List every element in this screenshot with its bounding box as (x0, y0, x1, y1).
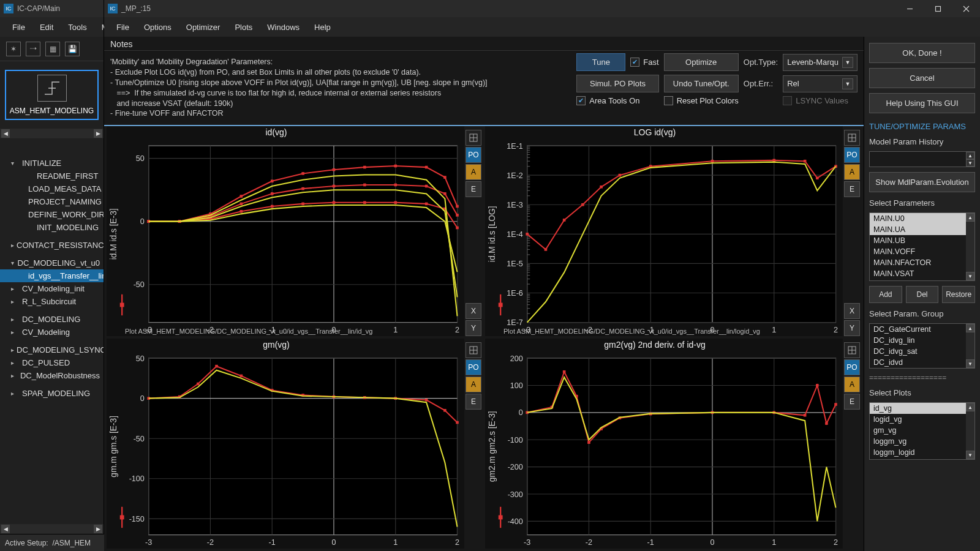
tree-item[interactable]: README_FIRST (0, 170, 104, 182)
navigation-tree[interactable]: ▾INITIALIZEREADME_FIRSTLOAD_MEAS_DATAPRO… (0, 157, 104, 400)
spin-down-icon[interactable]: ▼ (966, 159, 974, 167)
tree-item[interactable]: ▸R_L_Subcircuit (0, 295, 104, 308)
list-item[interactable]: MAIN.VSAT (870, 268, 974, 279)
groups-listbox[interactable]: DC_GateCurrentDC_idvg_linDC_idvg_satDC_i… (869, 323, 975, 369)
plot-y-button[interactable]: Y (844, 320, 860, 336)
tree-item[interactable]: ▾DC_MODELING_vt_u0 (0, 257, 104, 269)
opt-type-select[interactable]: Levenb-Marqu▼ (783, 54, 858, 71)
tree-item[interactable]: ▸DC_PULSED (0, 356, 104, 369)
tree-item[interactable]: ▸DC_MODELING_LSYNC (0, 343, 104, 356)
scroll-right-icon[interactable]: ▶ (94, 129, 102, 138)
tree-item[interactable]: ▸DC_ModelRobustness (0, 369, 104, 382)
list-item[interactable]: MAIN.UA (870, 224, 974, 235)
history-input[interactable]: ▲▼ (869, 151, 975, 167)
plot-canvas[interactable]: -3-2-1012-150-100-50050gm.m gm.s [E-3]gm… (107, 339, 464, 549)
params-listbox[interactable]: MAIN.U0MAIN.UAMAIN.UBMAIN.VOFFMAIN.NFACT… (869, 212, 975, 281)
tree-item[interactable]: ▸DC_MODELING (0, 313, 104, 326)
plot-maximize-icon[interactable] (466, 130, 481, 146)
list-item[interactable]: DC_idvg_sat (870, 346, 974, 357)
scroll-right-icon[interactable]: ▶ (94, 525, 102, 533)
del-button[interactable]: Del (906, 286, 939, 303)
scroll-down-icon[interactable]: ▼ (966, 272, 974, 280)
list-item[interactable]: MAIN.NFACTOR (870, 257, 974, 268)
tree-item[interactable]: PROJECT_NAMING (0, 195, 104, 208)
plot-po-button[interactable]: PO (844, 147, 860, 163)
list-item[interactable]: MAIN.VOFF (870, 246, 974, 257)
maximize-button[interactable] (924, 0, 952, 17)
menu-edit[interactable]: Edit (34, 20, 59, 34)
ok-done-button[interactable]: OK, Done ! (869, 43, 975, 63)
plot-x-button[interactable]: X (466, 303, 481, 319)
model-card[interactable]: ASM_HEMT_MODELING (5, 70, 99, 120)
tree-item[interactable]: DEFINE_WORK_DIR (0, 208, 104, 221)
tree-item[interactable]: INIT_MODELING (0, 221, 104, 234)
tree-item[interactable]: ▸SPAR_MODELING (0, 387, 104, 400)
list-item[interactable]: logid_vg (870, 414, 974, 425)
plot-maximize-icon[interactable] (466, 342, 481, 358)
list-item[interactable]: id_vg (870, 403, 974, 414)
scroll-up-icon[interactable]: ▲ (966, 324, 974, 332)
area-tools-checkbox[interactable]: ✔Area Tools On (576, 96, 658, 105)
menu-optimizer[interactable]: Optimizer (180, 20, 227, 34)
list-item[interactable]: DC_idvd (870, 357, 974, 368)
plot-x-button[interactable]: X (844, 303, 860, 319)
plot-a-button[interactable]: A (466, 164, 481, 180)
plot-a-button[interactable]: A (844, 377, 860, 392)
optimize-button[interactable]: Optimize (664, 53, 739, 71)
scroll-down-icon[interactable]: ▼ (966, 359, 974, 368)
plots-listbox[interactable]: id_vglogid_vggm_vgloggm_vgloggm_logid▲▼ (869, 402, 975, 460)
restore-button[interactable]: Restore (942, 286, 975, 303)
list-item[interactable]: gm_vg (870, 425, 974, 436)
tree-item[interactable]: ▸CV_Modeling_init (0, 282, 104, 295)
menu-file[interactable]: File (110, 20, 135, 34)
scroll-down-icon[interactable]: ▼ (966, 451, 974, 459)
plot-e-button[interactable]: E (844, 394, 860, 410)
tree-item[interactable]: ▸CONTACT_RESISTANCE (0, 239, 104, 252)
minimize-button[interactable] (895, 0, 924, 17)
menu-tools[interactable]: Tools (62, 20, 92, 34)
show-evolution-button[interactable]: Show MdlParam.Evolution (869, 172, 975, 192)
list-item[interactable]: DC_idvg_lin (870, 335, 974, 346)
list-item[interactable]: MAIN.UB (870, 235, 974, 246)
tree-item[interactable]: ▾INITIALIZE (0, 157, 104, 170)
plot-po-button[interactable]: PO (466, 147, 481, 163)
list-item[interactable]: MAIN.U0 (870, 213, 974, 224)
plot-e-button[interactable]: E (466, 181, 481, 197)
menu-options[interactable]: Options (138, 20, 178, 34)
plot-a-button[interactable]: A (466, 377, 481, 392)
plot-e-button[interactable]: E (466, 394, 481, 410)
list-item[interactable]: loggm_vg (870, 436, 974, 447)
menu-plots[interactable]: Plots (228, 20, 258, 34)
sub-titlebar[interactable]: IC _MP_:15 (104, 0, 980, 17)
menu-help[interactable]: Help (308, 20, 337, 34)
tree-item[interactable]: ▸CV_Modeling (0, 326, 104, 339)
plot-canvas[interactable]: -3-2-10121E-71E-61E-51E-41E-31E-21E-1id.… (485, 126, 843, 336)
scroll-up-icon[interactable]: ▲ (966, 403, 974, 411)
tree-scrollbar[interactable]: ◀ ▶ (0, 524, 104, 534)
plot-canvas[interactable]: -3-2-1012-50050id.M id.s [E-3]vg [E+0]id… (107, 126, 464, 336)
reset-colors-checkbox[interactable]: Reset Plot Colors (664, 96, 739, 105)
menu-windows[interactable]: Windows (261, 20, 306, 34)
model-scrollbar[interactable]: ◀ ▶ (0, 129, 104, 138)
plot-y-button[interactable]: Y (466, 320, 481, 336)
list-item[interactable]: loggm_logid (870, 447, 974, 458)
toolbar-save-icon[interactable]: 💾 (65, 42, 80, 56)
plot-po-button[interactable]: PO (466, 359, 481, 375)
add-button[interactable]: Add (869, 286, 902, 303)
simul-po-button[interactable]: Simul. PO Plots (576, 75, 658, 92)
plot-e-button[interactable]: E (844, 181, 860, 197)
plot-maximize-icon[interactable] (844, 342, 860, 358)
plot-po-button[interactable]: PO (844, 359, 860, 375)
close-button[interactable] (952, 0, 980, 17)
opt-err-select[interactable]: Rel▼ (783, 75, 858, 92)
scroll-up-icon[interactable]: ▲ (966, 213, 974, 222)
cancel-button[interactable]: Cancel (869, 68, 975, 88)
plot-canvas[interactable]: -3-2-1012-400-300-200-1000100200gm2.m gm… (485, 339, 843, 549)
scroll-left-icon[interactable]: ◀ (1, 129, 10, 138)
menu-file[interactable]: File (6, 20, 31, 34)
scroll-left-icon[interactable]: ◀ (1, 525, 10, 533)
toolbar-wand-icon[interactable]: ✶ (6, 42, 21, 56)
toolbar-open-icon[interactable]: ⭬ (26, 42, 40, 56)
help-gui-button[interactable]: Help Using This GUI (869, 93, 975, 113)
fast-checkbox[interactable]: ✔Fast (630, 58, 658, 67)
